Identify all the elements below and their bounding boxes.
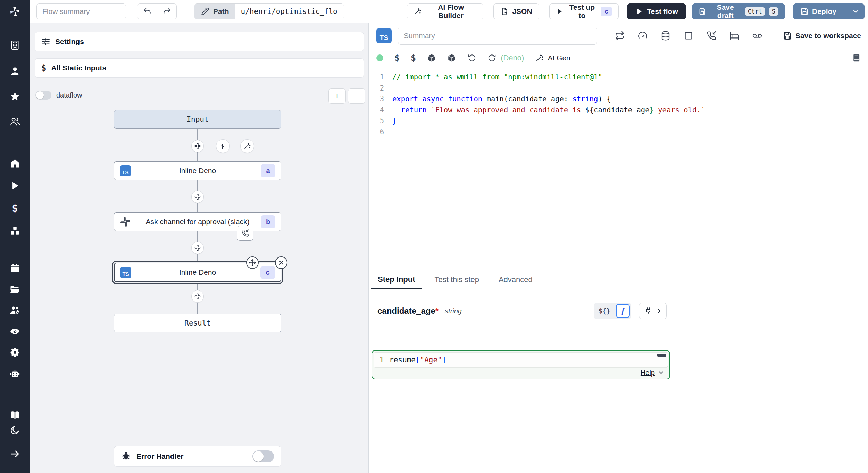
sidebar-item-user[interactable] (7, 64, 23, 79)
delete-step-button[interactable] (275, 256, 287, 269)
redo-button[interactable] (157, 4, 176, 19)
expression-code-editor[interactable]: 1 resume["Age"] (374, 352, 668, 368)
step-input-section: candidate_age* string ${} f 1 resume["Ag… (369, 289, 673, 473)
flow-graph-panel: Settings $ All Static Inputs dataflow + … (30, 23, 369, 473)
tab-step-input[interactable]: Step Input (371, 270, 422, 289)
json-button[interactable]: JSON (493, 3, 539, 19)
sidebar-item-folders[interactable] (7, 282, 23, 297)
insert-step-button[interactable] (191, 140, 204, 152)
sidebar-item-groups[interactable] (7, 114, 23, 129)
save-draft-label: Save draft (710, 3, 741, 20)
gear-icon (10, 347, 20, 357)
sidebar-item-docs[interactable] (7, 407, 23, 423)
save-icon (783, 31, 792, 40)
variable-picker-button[interactable]: $ (394, 53, 400, 63)
mock-voicemail-icon[interactable] (752, 31, 762, 41)
path-value[interactable]: u/henri/optimistic_flo (235, 4, 344, 19)
trigger-button[interactable] (216, 139, 230, 153)
tab-test-this-step[interactable]: Test this step (428, 270, 486, 289)
step-detail-panel: Step Input Test this step Advanced candi… (369, 270, 868, 473)
tab-advanced[interactable]: Advanced (492, 270, 540, 289)
test-up-to-step-badge: c (601, 7, 612, 16)
sleep-bed-icon[interactable] (729, 31, 740, 41)
play-icon (10, 180, 20, 191)
zoom-out-button[interactable]: − (348, 88, 365, 104)
deploy-button[interactable]: Deploy (793, 4, 843, 19)
all-static-inputs-card[interactable]: $ All Static Inputs (35, 58, 364, 78)
cache-database-icon[interactable] (660, 31, 671, 41)
ai-gen-button[interactable]: AI Gen (535, 53, 570, 62)
boxes-icon (10, 226, 20, 236)
suspend-phone-incoming-icon[interactable] (706, 31, 717, 41)
path-button[interactable]: Path (194, 4, 235, 19)
input-node[interactable]: Input (114, 110, 281, 129)
zoom-in-button[interactable]: + (328, 88, 346, 104)
step-node-b[interactable]: Ask channel for approval (slack) b (114, 212, 281, 231)
reset-undo-icon[interactable] (467, 53, 476, 62)
undo-button[interactable] (137, 4, 157, 19)
test-flow-label: Test flow (647, 7, 678, 16)
result-node[interactable]: Result (114, 314, 281, 332)
ai-flow-builder-label: AI Flow Builder (425, 3, 477, 20)
code-editor[interactable]: 1// import * as wmill from "npm:windmill… (369, 67, 868, 270)
retry-repeat-icon[interactable] (615, 31, 625, 41)
library-book-icon[interactable] (852, 53, 861, 62)
javascript-mode-button[interactable]: f (616, 304, 630, 318)
early-stop-square-icon[interactable] (683, 31, 694, 41)
save-draft-button[interactable]: Save draft Ctrl S (692, 3, 785, 19)
flow-settings-card[interactable]: Settings (35, 32, 364, 51)
sidebar-item-ai[interactable] (7, 366, 23, 382)
resource-picker-button[interactable]: $ (411, 53, 416, 63)
step-summary-input[interactable] (398, 27, 597, 45)
sidebar-item-dark-mode[interactable] (7, 423, 23, 438)
code-line: 1// import * as wmill from "npm:windmill… (369, 72, 868, 83)
ai-flow-builder-button[interactable]: AI Flow Builder (407, 3, 483, 19)
plus-icon (194, 293, 201, 300)
sidebar-item-workspace[interactable] (7, 37, 23, 53)
sidebar-item-settings[interactable] (7, 345, 23, 360)
help-link[interactable]: Help (641, 369, 655, 377)
sidebar-item-runs[interactable] (7, 178, 23, 193)
test-flow-button[interactable]: Test flow (627, 3, 686, 19)
typescript-icon: TS (120, 267, 131, 278)
test-up-to-button[interactable]: Test up to c (549, 3, 619, 19)
approval-step-badge[interactable] (237, 226, 253, 241)
dataflow-toggle[interactable] (35, 91, 51, 100)
code-line: 2 (369, 83, 868, 94)
expr-token: resume (389, 356, 416, 364)
sidebar-item-favorites[interactable] (7, 89, 23, 104)
insert-step-button[interactable] (191, 242, 204, 254)
line-number: 2 (369, 83, 392, 94)
sidebar-item-audit-logs[interactable] (7, 324, 23, 339)
sidebar-item-home[interactable] (7, 155, 23, 171)
required-marker: * (435, 306, 439, 316)
sidebar-item-resources[interactable] (7, 223, 23, 238)
all-static-inputs-label: All Static Inputs (51, 64, 106, 72)
reload-refresh-icon[interactable] (487, 53, 496, 62)
chevron-down-icon[interactable] (658, 369, 665, 376)
package-icon[interactable] (447, 53, 456, 62)
template-mode-button[interactable]: ${} (595, 307, 614, 315)
step-b-badge: b (261, 215, 275, 228)
insert-step-button[interactable] (191, 191, 204, 203)
sidebar-item-workers[interactable] (7, 303, 23, 318)
move-step-button[interactable] (246, 256, 259, 269)
flow-summary-input[interactable] (36, 3, 126, 19)
save-to-workspace-button[interactable]: Save to workspace (783, 31, 861, 40)
package-icon[interactable] (427, 53, 436, 62)
concurrency-gauge-icon[interactable] (637, 31, 648, 41)
flow-canvas[interactable]: dataflow + − Input TS (30, 87, 368, 473)
sidebar-item-schedules[interactable] (7, 261, 23, 276)
sidebar-expand-button[interactable] (7, 446, 23, 462)
bug-icon (121, 451, 131, 461)
sidebar-item-variables[interactable]: $ (7, 201, 23, 216)
ai-add-step-button[interactable] (240, 139, 254, 153)
step-node-a[interactable]: TS Inline Deno a (114, 161, 281, 180)
connect-input-button[interactable] (639, 303, 667, 319)
error-handler-toggle[interactable] (252, 450, 274, 462)
deploy-more-button[interactable] (847, 4, 864, 19)
windmill-logo[interactable] (7, 4, 23, 19)
windmill-flow-editor: $ (0, 0, 868, 473)
error-handler-card[interactable]: Error Handler (114, 446, 281, 467)
insert-step-button[interactable] (191, 290, 204, 303)
